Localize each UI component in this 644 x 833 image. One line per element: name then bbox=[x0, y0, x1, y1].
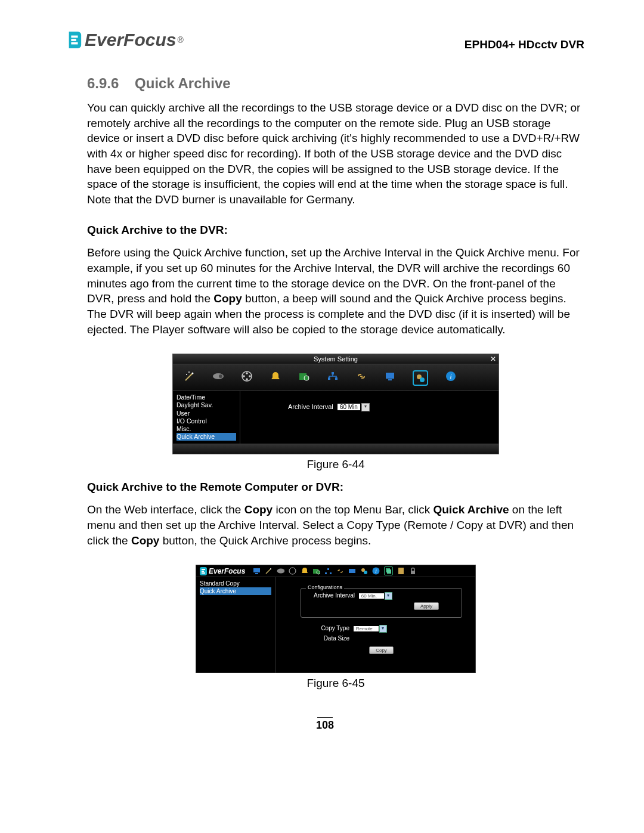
sidebar-item-quick-archive-web[interactable]: Quick Archive bbox=[200, 587, 271, 595]
svg-rect-29 bbox=[255, 573, 258, 574]
svg-rect-37 bbox=[330, 572, 332, 574]
subhead-dvr: Quick Archive to the DVR: bbox=[87, 224, 584, 237]
schedule-icon[interactable] bbox=[298, 370, 310, 382]
figure-6-44-caption: Figure 6-44 bbox=[87, 458, 584, 471]
everfocus-mini-icon bbox=[200, 567, 207, 575]
sidebar-item-io[interactable]: I/O Control bbox=[177, 417, 236, 425]
page-mini-icon[interactable] bbox=[397, 567, 405, 575]
web-brand: EverFocus bbox=[200, 567, 245, 575]
svg-rect-46 bbox=[411, 571, 415, 574]
svg-point-11 bbox=[246, 379, 248, 381]
brand-text: EverFocus bbox=[85, 30, 176, 50]
wand-icon[interactable] bbox=[184, 370, 196, 382]
svg-point-31 bbox=[277, 569, 285, 574]
subhead-remote: Quick Archive to the Remote Computer or … bbox=[87, 481, 584, 494]
copy-type-select[interactable]: Remote bbox=[354, 626, 379, 631]
svg-rect-2 bbox=[71, 42, 78, 45]
lock-mini-icon[interactable] bbox=[409, 567, 417, 575]
display-mini-icon[interactable] bbox=[348, 567, 356, 575]
info-icon[interactable]: i bbox=[445, 370, 457, 382]
copy-bold-3: Copy bbox=[131, 534, 160, 547]
monitor-mini-icon[interactable] bbox=[253, 567, 261, 575]
reel-mini-icon[interactable] bbox=[289, 567, 296, 575]
svg-point-3 bbox=[192, 373, 194, 374]
bell-mini-icon[interactable] bbox=[301, 567, 308, 575]
svg-rect-45 bbox=[398, 568, 404, 574]
sidebar-item-daylight[interactable]: Daylight Sav. bbox=[177, 401, 236, 409]
info-mini-icon[interactable]: i bbox=[372, 567, 380, 575]
bell-icon[interactable] bbox=[270, 370, 281, 382]
brand-logo: EverFocus ® bbox=[66, 30, 184, 50]
monitor-icon[interactable] bbox=[384, 370, 396, 382]
svg-point-40 bbox=[364, 571, 367, 574]
system-setting-main: Archive Interval 60 Min▾ bbox=[240, 391, 499, 444]
section-heading: 6.9.6 Quick Archive bbox=[87, 75, 584, 92]
configurations-box: Configurations Archive Interval 60 Min.▾… bbox=[301, 588, 462, 618]
chevron-down-icon[interactable]: ▾ bbox=[385, 592, 392, 600]
reel-icon[interactable] bbox=[241, 370, 253, 382]
sidebar-item-datetime[interactable]: Date/Time bbox=[177, 394, 236, 401]
svg-point-14 bbox=[304, 376, 309, 380]
svg-rect-36 bbox=[325, 572, 327, 574]
schedule-mini-icon[interactable] bbox=[312, 567, 320, 575]
web-top-bar: EverFocus i bbox=[196, 565, 475, 577]
archive-interval-select-web[interactable]: 60 Min. bbox=[359, 593, 384, 599]
paragraph-remote: On the Web interface, click the Copy ico… bbox=[87, 502, 584, 548]
gear-icon[interactable] bbox=[413, 370, 428, 386]
svg-rect-16 bbox=[328, 377, 330, 380]
link-icon[interactable] bbox=[355, 370, 367, 382]
chevron-down-icon[interactable]: ▾ bbox=[361, 403, 370, 411]
camera-icon[interactable] bbox=[212, 370, 224, 382]
svg-point-34 bbox=[317, 571, 320, 574]
svg-rect-0 bbox=[71, 36, 78, 38]
wand-mini-icon[interactable] bbox=[265, 567, 273, 575]
system-setting-sidebar: Date/Time Daylight Sav. User I/O Control… bbox=[173, 391, 240, 444]
svg-point-10 bbox=[249, 376, 251, 378]
svg-rect-27 bbox=[202, 572, 205, 574]
gears-mini-icon[interactable] bbox=[360, 567, 368, 575]
svg-rect-26 bbox=[202, 571, 204, 572]
configurations-legend: Configurations bbox=[306, 584, 344, 590]
svg-point-30 bbox=[270, 568, 271, 569]
data-size-label: Data Size bbox=[301, 635, 349, 642]
archive-interval-label-web: Archive Interval bbox=[306, 592, 355, 599]
copy-bold-2: Copy bbox=[244, 503, 273, 516]
svg-point-4 bbox=[186, 374, 187, 375]
link-mini-icon[interactable] bbox=[336, 567, 344, 575]
svg-rect-28 bbox=[253, 568, 260, 572]
figure-6-44: System Setting ✕ i Date/Time Daylight Sa… bbox=[172, 354, 499, 454]
copy-mini-icon[interactable] bbox=[384, 566, 393, 575]
svg-rect-19 bbox=[388, 379, 392, 380]
section-title: Quick Archive bbox=[135, 75, 231, 91]
quick-archive-bold: Quick Archive bbox=[433, 503, 509, 516]
paragraph-dvr: Before using the Quick Archive function,… bbox=[87, 245, 584, 337]
sidebar-item-user[interactable]: User bbox=[177, 410, 236, 417]
camera-mini-icon[interactable] bbox=[277, 567, 284, 575]
copy-button[interactable]: Copy bbox=[369, 646, 394, 654]
svg-rect-17 bbox=[335, 377, 338, 380]
registered-mark: ® bbox=[177, 35, 183, 45]
archive-interval-label: Archive Interval bbox=[288, 403, 333, 410]
network-mini-icon[interactable] bbox=[324, 567, 332, 575]
apply-button[interactable]: Apply bbox=[414, 602, 439, 610]
figure-6-45: EverFocus i Standard Copy bbox=[196, 565, 476, 673]
network-icon[interactable] bbox=[327, 370, 339, 382]
sidebar-item-misc[interactable]: Misc. bbox=[177, 425, 236, 433]
svg-rect-15 bbox=[332, 372, 334, 374]
svg-rect-1 bbox=[71, 39, 76, 41]
system-setting-iconbar: i bbox=[173, 364, 499, 391]
sidebar-item-quick-archive[interactable]: Quick Archive bbox=[177, 433, 236, 441]
copy-bold-1: Copy bbox=[213, 292, 242, 305]
close-icon[interactable]: ✕ bbox=[490, 355, 496, 363]
svg-rect-18 bbox=[386, 373, 394, 379]
svg-rect-25 bbox=[202, 569, 205, 570]
svg-rect-38 bbox=[349, 569, 355, 573]
svg-rect-44 bbox=[387, 569, 391, 574]
svg-text:i: i bbox=[450, 373, 451, 380]
intro-paragraph: You can quickly archive all the recordin… bbox=[87, 100, 584, 207]
svg-point-7 bbox=[219, 374, 222, 378]
everfocus-logo-icon bbox=[66, 30, 82, 49]
sidebar-item-standard-copy[interactable]: Standard Copy bbox=[200, 580, 271, 587]
chevron-down-icon[interactable]: ▾ bbox=[379, 625, 387, 633]
archive-interval-select[interactable]: 60 Min bbox=[338, 404, 360, 410]
